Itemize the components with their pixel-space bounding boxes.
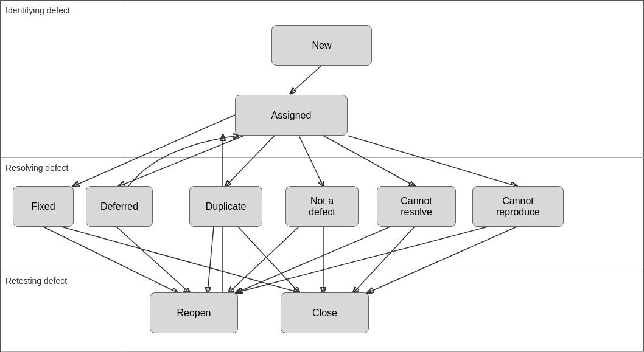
diagram-container: Identifying defect Resolving defect Rete…	[0, 0, 644, 352]
node-reopen: Reopen	[150, 292, 238, 333]
node-assigned: Assigned	[235, 95, 348, 136]
identifying-border	[1, 1, 122, 158]
node-not-a-defect: Not a defect	[285, 186, 359, 227]
identifying-label: Identifying defect	[5, 5, 70, 15]
resolving-label: Resolving defect	[5, 163, 69, 173]
node-cannot-resolve: Cannot resolve	[377, 186, 456, 227]
retesting-label: Retesting defect	[5, 276, 67, 286]
node-deferred: Deferred	[86, 186, 153, 227]
node-new: New	[271, 25, 372, 66]
node-duplicate: Duplicate	[189, 186, 262, 227]
node-close: Close	[281, 292, 369, 333]
node-fixed: Fixed	[13, 186, 74, 227]
node-cannot-reproduce: Cannot reproduce	[472, 186, 564, 227]
